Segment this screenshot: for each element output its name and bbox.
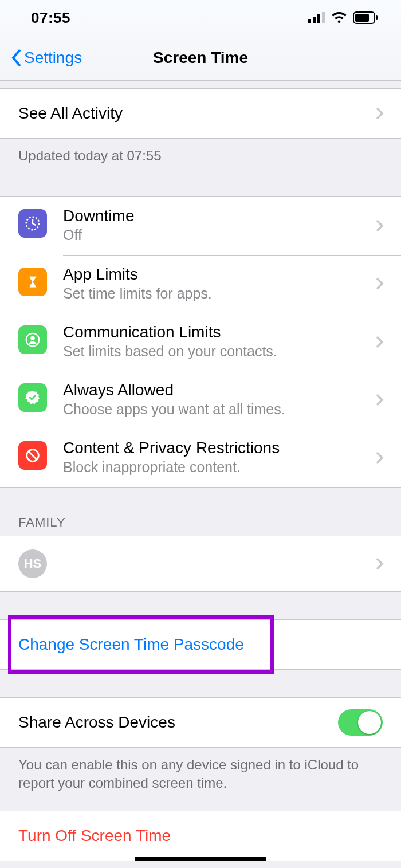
chevron-left-icon — [10, 48, 23, 68]
home-indicator[interactable] — [135, 857, 266, 861]
activity-updated-text: Updated today at 07:55 — [0, 139, 401, 173]
chevron-right-icon — [375, 393, 384, 407]
svg-rect-6 — [376, 15, 378, 20]
communication-limits-subtitle: Set limits based on your contacts. — [63, 343, 356, 360]
downtime-title: Downtime — [63, 207, 356, 225]
turn-off-label: Turn Off Screen Time — [18, 827, 171, 845]
no-entry-icon — [18, 441, 47, 470]
chevron-right-icon — [375, 451, 384, 465]
always-allowed-row[interactable]: Always Allowed Choose apps you want at a… — [0, 371, 401, 429]
app-limits-title: App Limits — [63, 265, 356, 284]
check-badge-icon — [18, 383, 47, 412]
see-all-activity-label: See All Activity — [18, 104, 123, 123]
downtime-row[interactable]: Downtime Off — [0, 197, 401, 254]
turn-off-screen-time-button[interactable]: Turn Off Screen Time — [0, 811, 401, 861]
svg-rect-2 — [317, 14, 320, 23]
status-time: 07:55 — [31, 9, 70, 27]
chevron-right-icon — [375, 219, 384, 233]
svg-rect-1 — [313, 17, 316, 23]
clock-icon — [18, 209, 47, 238]
downtime-subtitle: Off — [63, 226, 356, 244]
communication-limits-row[interactable]: Communication Limits Set limits based on… — [0, 313, 401, 371]
change-passcode-button[interactable]: Change Screen Time Passcode — [0, 620, 401, 669]
change-passcode-label: Change Screen Time Passcode — [18, 635, 244, 654]
chevron-right-icon — [375, 107, 384, 120]
content-privacy-subtitle: Block inappropriate content. — [63, 458, 356, 476]
always-allowed-subtitle: Choose apps you want at all times. — [63, 400, 356, 418]
chevron-right-icon — [375, 557, 384, 571]
back-button[interactable]: Settings — [10, 36, 82, 80]
family-header: FAMILY — [0, 488, 401, 536]
nav-bar: Settings Screen Time — [0, 36, 401, 80]
share-toggle[interactable] — [338, 709, 383, 736]
page-title: Screen Time — [153, 49, 248, 67]
see-all-activity-row[interactable]: See All Activity — [0, 89, 401, 138]
status-bar: 07:55 — [0, 0, 401, 36]
communication-limits-title: Communication Limits — [63, 323, 356, 341]
status-indicators — [308, 11, 378, 24]
chevron-right-icon — [375, 277, 384, 290]
chevron-right-icon — [375, 335, 384, 349]
cellular-icon — [308, 12, 325, 23]
svg-point-9 — [30, 336, 35, 340]
hourglass-icon — [18, 268, 47, 296]
share-across-devices-row[interactable]: Share Across Devices — [0, 698, 401, 747]
avatar: HS — [18, 549, 47, 578]
app-limits-subtitle: Set time limits for apps. — [63, 285, 356, 303]
battery-icon — [353, 11, 378, 24]
wifi-icon — [331, 11, 347, 24]
share-footer-text: You can enable this on any device signed… — [0, 748, 401, 801]
back-label: Settings — [24, 49, 82, 67]
family-member-row[interactable]: HS — [0, 536, 401, 591]
svg-line-11 — [29, 451, 37, 459]
app-limits-row[interactable]: App Limits Set time limits for apps. — [0, 255, 401, 313]
content-privacy-row[interactable]: Content & Privacy Restrictions Block ina… — [0, 429, 401, 486]
content-privacy-title: Content & Privacy Restrictions — [63, 439, 356, 457]
svg-rect-0 — [308, 19, 311, 23]
svg-rect-5 — [355, 14, 369, 22]
svg-rect-3 — [322, 12, 325, 23]
contact-icon — [18, 325, 47, 354]
share-across-devices-label: Share Across Devices — [18, 713, 175, 732]
always-allowed-title: Always Allowed — [63, 381, 356, 399]
